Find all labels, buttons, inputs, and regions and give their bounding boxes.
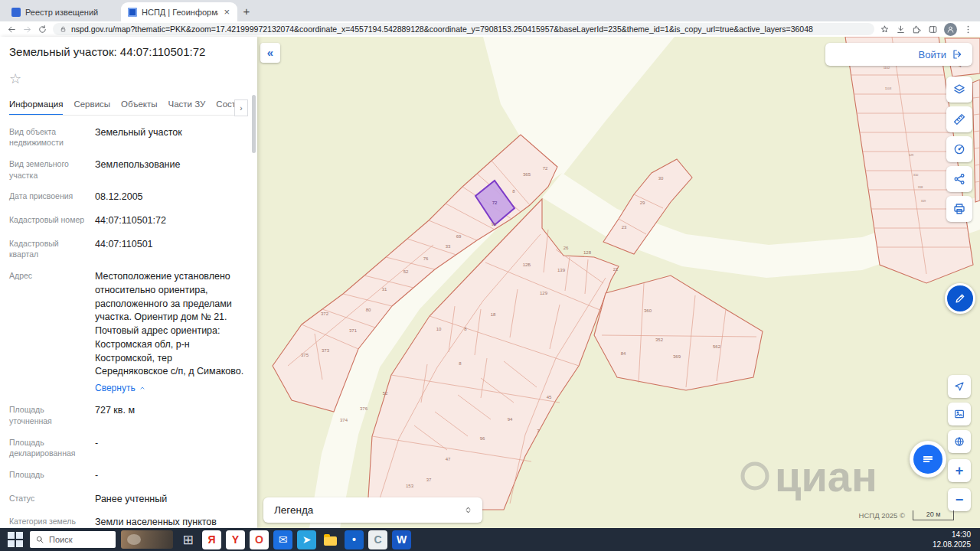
- taskbar-app-app-c[interactable]: C: [368, 530, 387, 549]
- panel-tab-2[interactable]: Сервисы: [74, 99, 110, 115]
- panel-tab-4[interactable]: Части ЗУ: [168, 99, 206, 115]
- pencil-icon: [953, 292, 967, 305]
- parcel-number-label: 562: [713, 344, 721, 349]
- sidebar-icon[interactable]: [928, 24, 938, 34]
- tabs-scroll-button[interactable]: ›: [234, 99, 248, 116]
- layers-button[interactable]: [946, 77, 972, 103]
- taskbar-app-app-grid[interactable]: ⊞: [178, 530, 198, 549]
- attribute-row: Категория земельЗемли населенных пунктов: [9, 516, 245, 528]
- taskbar-app-app-blue[interactable]: •: [345, 530, 364, 549]
- parcel-number-label: 128: [583, 250, 592, 255]
- chat-fab[interactable]: [910, 441, 946, 478]
- taskbar-app-opera[interactable]: O: [250, 530, 269, 549]
- attributes-list: Вид объекта недвижимостиЗемельный участо…: [9, 126, 245, 529]
- parcel-number-label: 80: [366, 308, 371, 312]
- url-text: nspd.gov.ru/map?thematic=PKK&zoom=17.421…: [71, 24, 813, 34]
- taskbar-app-telegram[interactable]: ➤: [297, 530, 316, 549]
- share-icon: [952, 172, 966, 186]
- browser-toolbar: nspd.gov.ru/map?thematic=PKK&zoom=17.421…: [0, 21, 980, 37]
- parcel-number-label: 26: [564, 246, 569, 250]
- download-icon[interactable]: [896, 24, 906, 34]
- parcel-number-label: 318: [918, 185, 923, 189]
- measure-button[interactable]: [946, 106, 972, 132]
- collapse-panel-button[interactable]: «: [260, 43, 280, 63]
- print-icon: [952, 202, 966, 216]
- attribute-label: Вид объекта недвижимости: [9, 126, 86, 148]
- person-icon: [946, 25, 955, 34]
- parcel-number-label: 18: [491, 312, 496, 317]
- browser-tab-nspd[interactable]: НСПД | Геоинформационный п ×: [121, 2, 237, 21]
- print-button[interactable]: [946, 196, 972, 222]
- login-icon[interactable]: [952, 48, 964, 60]
- attribute-label: Категория земель: [9, 516, 86, 528]
- login-button[interactable]: Войти: [919, 49, 946, 60]
- taskbar-app-mail[interactable]: ✉: [273, 530, 292, 549]
- attribute-row: Кадастровый номер44:07:110501:72: [9, 214, 245, 228]
- feedback-button[interactable]: [945, 283, 975, 314]
- search-icon: [35, 535, 44, 544]
- back-button[interactable]: [7, 24, 17, 34]
- chevron-up-icon: [139, 384, 146, 392]
- taskbar-app-yandex-browser[interactable]: Я: [202, 530, 221, 549]
- parcel-number-label: 139: [557, 268, 566, 272]
- identify-button[interactable]: [946, 136, 972, 162]
- bookmark-icon[interactable]: [880, 24, 890, 34]
- parcel-number-label: 12Б: [523, 262, 531, 267]
- zoom-in-button[interactable]: +: [948, 459, 971, 482]
- share-button[interactable]: [946, 166, 972, 192]
- taskbar: Поиск ⊞ЯYO✉➤•CW 14:30 12.08.2025: [0, 528, 980, 551]
- cadastral-map[interactable]: 3753733723718031527633699383657272232930…: [257, 37, 980, 528]
- parcel-number-label: 23: [622, 225, 627, 230]
- parcel-number-label: 29: [640, 201, 645, 205]
- parcel-number-label: 45: [547, 395, 552, 399]
- map-attribution: НСПД 2025 ©: [859, 511, 905, 520]
- scale-bar: 20 м: [913, 510, 954, 520]
- address-bar[interactable]: nspd.gov.ru/map?thematic=PKK&zoom=17.421…: [53, 23, 874, 35]
- widgets-thumbnail[interactable]: [121, 530, 173, 549]
- parcel-number-label: 365: [523, 172, 531, 177]
- browser-tab-registry[interactable]: Реестр извещений: [5, 2, 121, 21]
- legend-dropdown[interactable]: Легенда: [263, 497, 482, 523]
- parcel-number-label: 72: [492, 201, 498, 205]
- location-arrow-icon: [953, 380, 965, 393]
- screen: Реестр извещений НСПД | Геоинформационны…: [0, 0, 980, 551]
- map-canvas[interactable]: 3753733723718031527633699383657272232930…: [257, 37, 980, 528]
- parcel-number-label: 93: [492, 222, 497, 227]
- tab-close-icon[interactable]: ×: [223, 6, 230, 18]
- attribute-value: 727 кв. м: [95, 404, 245, 418]
- attribute-label: Дата присвоения: [9, 191, 86, 204]
- tab-favicon: [11, 8, 21, 17]
- menu-kebab-icon[interactable]: [963, 24, 973, 34]
- chat-icon: [913, 445, 942, 474]
- profile-avatar[interactable]: [944, 23, 957, 36]
- favorite-star-icon[interactable]: ☆: [9, 70, 26, 87]
- collapse-address-link[interactable]: Свернуть: [95, 383, 146, 393]
- panel-tabs: ИнформацияСервисыОбъектыЧасти ЗУСостав: [9, 99, 245, 116]
- login-bar: Войти: [825, 43, 972, 66]
- tab-title: Реестр извещений: [25, 8, 114, 17]
- basemap-image-button[interactable]: [948, 403, 971, 425]
- parcel-number-label: 319: [921, 199, 926, 203]
- attribute-label: Адрес: [9, 270, 86, 394]
- chevron-up-down-icon: [463, 505, 473, 515]
- attribute-value: Местоположение установлено относительно …: [95, 270, 245, 379]
- image-icon: [953, 408, 965, 420]
- taskbar-app-yandex[interactable]: Y: [226, 530, 245, 549]
- globe-layers-button[interactable]: [948, 430, 971, 453]
- taskbar-app-word[interactable]: W: [392, 530, 411, 549]
- parcel-number-label: 376: [360, 406, 368, 411]
- zoom-out-button[interactable]: −: [948, 488, 971, 511]
- start-button[interactable]: [6, 530, 24, 549]
- geolocation-button[interactable]: [948, 375, 971, 398]
- panel-tab-1[interactable]: Информация: [9, 99, 63, 116]
- taskbar-app-file-explorer[interactable]: [321, 530, 340, 549]
- forward-button[interactable]: [22, 24, 32, 34]
- extensions-icon[interactable]: [912, 24, 922, 34]
- identify-icon: [952, 142, 966, 156]
- panel-tab-3[interactable]: Объекты: [121, 99, 157, 115]
- panel-scrollbar[interactable]: [252, 95, 256, 153]
- taskbar-clock[interactable]: 14:30 12.08.2025: [933, 530, 974, 549]
- taskbar-search[interactable]: Поиск: [30, 531, 116, 548]
- new-tab-button[interactable]: +: [237, 2, 256, 20]
- reload-button[interactable]: [38, 24, 47, 34]
